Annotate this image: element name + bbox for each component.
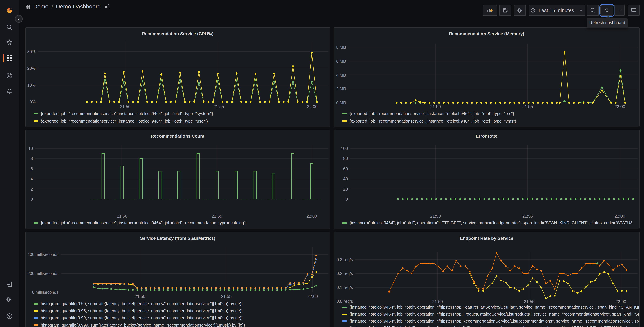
svg-text:0.3 req/s: 0.3 req/s xyxy=(336,257,353,262)
svg-text:21:55: 21:55 xyxy=(214,104,224,109)
svg-text:0: 0 xyxy=(30,197,33,202)
svg-text:4: 4 xyxy=(30,176,33,181)
svg-text:2 MB: 2 MB xyxy=(336,86,346,91)
svg-text:21:50: 21:50 xyxy=(430,214,441,218)
svg-text:21:50: 21:50 xyxy=(432,299,443,304)
svg-text:400 milliseconds: 400 milliseconds xyxy=(27,252,58,257)
svg-text:2: 2 xyxy=(30,187,33,191)
svg-text:21:55: 21:55 xyxy=(522,104,533,109)
svg-text:22:00: 22:00 xyxy=(307,104,318,109)
svg-text:200 milliseconds: 200 milliseconds xyxy=(27,271,58,276)
svg-text:30%: 30% xyxy=(27,49,36,54)
svg-text:0 milliseconds: 0 milliseconds xyxy=(32,290,58,294)
svg-text:80: 80 xyxy=(343,156,348,161)
svg-text:0.1 req/s: 0.1 req/s xyxy=(336,285,353,290)
svg-text:40: 40 xyxy=(343,176,348,181)
svg-text:6: 6 xyxy=(30,166,33,171)
svg-text:0%: 0% xyxy=(30,100,36,104)
svg-text:100: 100 xyxy=(341,146,348,151)
svg-text:8 MB: 8 MB xyxy=(336,45,346,50)
svg-text:0: 0 xyxy=(346,197,348,202)
svg-text:22:00: 22:00 xyxy=(306,214,317,218)
svg-text:0.2 req/s: 0.2 req/s xyxy=(336,271,353,276)
svg-text:0 MB: 0 MB xyxy=(336,100,346,105)
svg-text:8: 8 xyxy=(30,156,33,161)
svg-text:22:00: 22:00 xyxy=(614,214,625,218)
svg-text:20: 20 xyxy=(343,187,348,191)
svg-text:22:00: 22:00 xyxy=(307,294,318,299)
svg-text:22:00: 22:00 xyxy=(614,104,625,109)
svg-text:21:55: 21:55 xyxy=(212,214,222,218)
svg-text:60: 60 xyxy=(343,166,348,171)
svg-text:21:50: 21:50 xyxy=(117,214,127,218)
svg-text:10%: 10% xyxy=(27,83,36,88)
svg-text:20%: 20% xyxy=(27,66,36,71)
svg-text:6 MB: 6 MB xyxy=(336,59,346,64)
svg-text:21:50: 21:50 xyxy=(430,104,441,109)
svg-text:21:50: 21:50 xyxy=(120,104,130,109)
svg-text:21:50: 21:50 xyxy=(135,294,145,299)
svg-text:4 MB: 4 MB xyxy=(336,73,346,78)
svg-text:21:55: 21:55 xyxy=(524,299,534,304)
svg-text:10: 10 xyxy=(28,146,33,151)
svg-text:22:00: 22:00 xyxy=(616,299,626,304)
svg-text:21:55: 21:55 xyxy=(221,294,232,299)
svg-text:0.0 req/s: 0.0 req/s xyxy=(336,299,353,304)
svg-text:21:55: 21:55 xyxy=(522,214,533,218)
